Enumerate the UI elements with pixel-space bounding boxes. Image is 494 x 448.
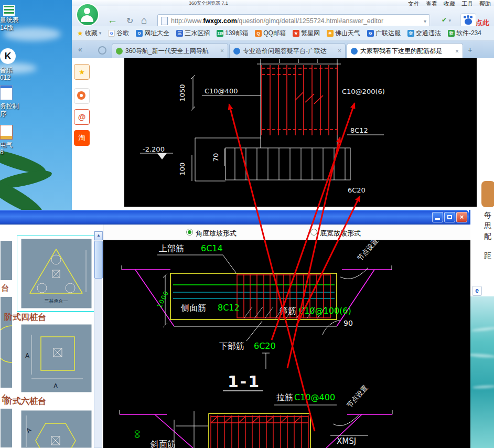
bookmark-google[interactable]: G 谷歌 [108,29,129,38]
pilecap-dialog-window: × 台 台 [0,210,470,448]
user-avatar[interactable] [76,3,99,26]
maximize-icon [447,215,452,219]
taobao-icon[interactable]: 淘 [74,130,90,146]
label-tie-rebar: 拉筋 [276,392,293,402]
bookmark-qqmail[interactable]: Q QQ邮箱 [255,29,286,38]
mail-139-icon: 139 [217,30,223,37]
desktop-icon-label[interactable]: 14版 [0,24,29,33]
value-tie-rebar: C10@400 [294,392,335,402]
fanxing-star-icon: ★ [293,30,299,37]
globe-icon: O [136,30,143,37]
safety-check-control[interactable]: ✔ ▾ [442,16,451,24]
scroll-up-arrow[interactable]: ▲ [94,231,103,240]
close-button[interactable]: × [456,212,467,222]
tab-rebar-question[interactable]: 大家帮我看下这里的配筋都是 × [347,43,463,59]
tab-close-icon[interactable]: × [455,48,459,55]
template-tile-partial[interactable] [0,408,13,448]
tab-scroll-left-button[interactable]: « [78,45,82,54]
maximize-button[interactable] [444,212,455,222]
cad-preview-drawing: 上部筋 6C14 侧面筋 8C12 箍筋 C10@100(6) 90 下部筋 6… [103,240,470,448]
template-tile-partial[interactable] [0,240,13,281]
xmsj-label: XMSJ [337,436,356,446]
template-tile-four-pile[interactable]: A A [21,324,92,394]
tab-close-icon[interactable]: × [338,47,341,55]
bookmark-label: 网址大全 [144,29,169,38]
bookmark-fanxing[interactable]: ★ 繁星网 [293,29,320,38]
new-tab-button[interactable]: + [468,45,472,54]
radio-angle-label[interactable]: 角度放坡形式 [196,229,237,238]
check-icon: ✔ [442,16,447,24]
tab-label: 大家帮我看下这里的配筋都是 [360,47,453,56]
music-app-icon[interactable]: K [0,48,16,64]
mail-at-icon[interactable]: @ [74,109,90,125]
label-level: -2.200 [143,145,165,153]
label-c10-400: C10@400 [205,87,238,95]
label-slope-rebar: 斜面筋 [150,439,176,448]
chevron-down-icon: ▾ [99,30,102,36]
minimize-icon [435,218,440,220]
dim-00: 00 [134,430,141,438]
home-button[interactable]: ⌂ [141,15,147,26]
desktop-icon-label[interactable]: 6 [0,148,29,156]
page-text-char: 每 [484,211,494,220]
bookmark-sanshui[interactable]: 三 三水区招 [176,29,210,38]
page-text-char: 距 [484,251,494,261]
label-top-rebar: 上部筋 [159,243,184,253]
value-bottom-rebar: 6C20 [254,341,276,351]
url-path: /question/gimq/detail/1255724.html#answe… [237,17,383,25]
avatar-head-shape [84,8,90,14]
baidu-paw-shape [465,18,472,25]
bookmark-139mail[interactable]: 139 139邮箱 [217,29,248,38]
dim-letter-a: A [25,352,30,359]
template-tile-partial[interactable] [0,296,13,388]
refresh-button[interactable]: ↻ [126,16,133,26]
page-icon [161,17,168,25]
dim-70: 70 [212,153,220,162]
radio-angle-slope[interactable] [186,229,193,236]
weibo-icon[interactable] [74,88,90,104]
back-button[interactable]: ← [108,15,117,26]
url-domain: fwxgx.com [203,17,237,25]
bookmark-label: 谷歌 [116,29,129,38]
tab-bar: « 360导航_新一代安全上网导航 × 专业造价问题答疑平台-广联达 × 大家帮… [72,41,494,58]
screen: 量统表 14版 K 音乐 012 务控制 序 电气 6 360安全浏览器 7.1… [0,0,494,448]
bookmark-sites[interactable]: O 网址大全 [136,29,169,38]
page-text-char: 配 [484,232,494,241]
template-scrollbar[interactable]: ▲ [94,231,102,448]
site-icon: 三 [176,30,183,37]
favorites-sidebar-icon[interactable]: ★ [74,64,90,80]
star-icon: ★ [79,68,85,76]
minimize-button[interactable] [432,212,443,222]
page-text-char: 思 [484,221,494,231]
label-stirrup: 箍筋 [280,306,296,316]
template-title-four-pile: 阶式四桩台 [4,312,72,323]
at-glyph: @ [78,112,86,121]
value-side-rebar: 8C12 [218,303,240,313]
tab-close-icon[interactable]: × [220,47,224,55]
radio-width-slope[interactable] [310,229,317,236]
tile-label: 三桩承台一 [45,298,68,304]
scrollbar-thumb[interactable] [94,241,103,279]
bookmark-glodon[interactable]: G 广联达服 [367,29,401,38]
bookmark-weather[interactable]: ☀ 佛山天气 [327,29,360,38]
bookmark-label: 软件-234 [456,29,481,38]
service-app-icon[interactable] [0,85,13,100]
stats-app-icon[interactable] [3,5,15,16]
desktop-icon-label[interactable]: 序 [0,110,29,119]
bookmark-software[interactable]: 软 软件-234 [448,29,481,38]
bookmark-traffic[interactable]: 交 交通违法 [407,29,441,38]
tab-360-nav[interactable]: 360导航_新一代安全上网导航 × [112,43,228,58]
dialog-titlebar[interactable]: × [0,210,469,225]
chevron-down-icon[interactable]: ▾ [424,18,426,24]
radio-width-label[interactable]: 底宽放坡形式 [320,229,361,238]
bookmark-label: 收藏 [85,29,98,38]
electric-app-icon[interactable] [0,125,13,140]
tab-home-icon[interactable] [98,46,106,55]
bookmark-favorites[interactable]: ★ 收藏 ▾ [77,29,101,38]
label-side-rebar: 侧面筋 [180,303,206,313]
tab-glodon-qa[interactable]: 专业造价问题答疑平台-广联达 × [229,43,346,58]
ie-badge-icon[interactable]: e [472,286,482,296]
template-tile-six-pile[interactable]: A [21,410,92,448]
desktop-icon-label[interactable]: 012 [0,74,29,81]
template-tile-three-pile[interactable]: 三桩承台一 [21,239,92,311]
